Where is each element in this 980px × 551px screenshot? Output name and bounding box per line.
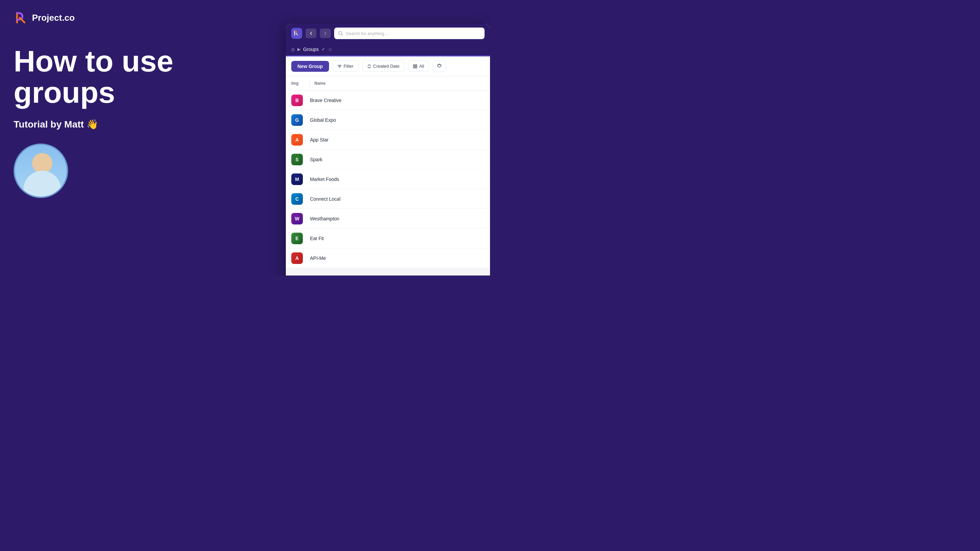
svg-rect-2 xyxy=(414,65,415,66)
avatar-body xyxy=(24,171,61,198)
groups-check-icon: ✓ xyxy=(321,47,325,52)
svg-rect-3 xyxy=(415,65,417,66)
more-options-button[interactable] xyxy=(433,60,446,72)
col-divider xyxy=(310,80,310,87)
breadcrumb-bar: ⌂ ▶ Groups ✓ ☆ xyxy=(286,43,490,56)
new-group-button[interactable]: New Group xyxy=(291,61,329,72)
row-img-cell: A xyxy=(291,134,310,146)
app-logo-icon xyxy=(291,28,302,39)
row-logo: C xyxy=(291,193,303,205)
logo-text: Project.co xyxy=(32,13,75,23)
table-row[interactable]: BBrave Creative xyxy=(286,91,490,110)
row-name: App Star xyxy=(310,137,485,143)
row-logo: A xyxy=(291,134,303,146)
sort-icon xyxy=(367,64,371,68)
table-body: BBrave CreativeGGlobal ExpoAApp StarSSpa… xyxy=(286,91,490,268)
search-icon xyxy=(338,31,343,36)
table-row[interactable]: EEat Fit xyxy=(286,229,490,248)
filter-icon xyxy=(337,64,342,68)
row-img-cell: A xyxy=(291,252,310,264)
toolbar: New Group Filter Created Date All xyxy=(286,56,490,76)
back-button[interactable] xyxy=(305,29,317,38)
logo-icon xyxy=(14,10,29,25)
table-row[interactable]: GGlobal Expo xyxy=(286,110,490,130)
table-row[interactable]: AAPI-Me xyxy=(286,248,490,268)
row-name: Brave Creative xyxy=(310,98,485,103)
row-img-cell: C xyxy=(291,193,310,205)
view-button[interactable]: All xyxy=(408,60,429,72)
row-name: Global Expo xyxy=(310,118,485,123)
row-img-cell: E xyxy=(291,233,310,244)
table-row[interactable]: MMarket Foods xyxy=(286,169,490,189)
forward-button[interactable] xyxy=(320,29,331,38)
row-img-cell: M xyxy=(291,173,310,185)
table-row[interactable]: CConnect Local xyxy=(286,189,490,209)
row-name: Spark xyxy=(310,157,485,162)
search-placeholder: Search for anything... xyxy=(346,31,388,36)
row-logo: S xyxy=(291,154,303,165)
row-img-cell: G xyxy=(291,114,310,126)
row-logo: G xyxy=(291,114,303,126)
left-panel: Project.co How to use groups Tutorial by… xyxy=(0,0,296,275)
row-logo: B xyxy=(291,95,303,106)
row-logo: M xyxy=(291,173,303,185)
row-name: Connect Local xyxy=(310,196,485,202)
svg-rect-5 xyxy=(415,67,417,68)
row-name: Westhampton xyxy=(310,216,485,221)
view-icon xyxy=(413,64,417,68)
breadcrumb-groups[interactable]: Groups xyxy=(303,47,319,52)
table-row[interactable]: SSpark xyxy=(286,150,490,169)
row-name: Market Foods xyxy=(310,176,485,182)
filter-button[interactable]: Filter xyxy=(332,60,359,72)
app-topbar: Search for anything... xyxy=(286,24,490,43)
avatar-head xyxy=(32,153,52,173)
search-bar[interactable]: Search for anything... xyxy=(334,27,485,39)
favorite-star-icon[interactable]: ☆ xyxy=(328,47,332,52)
row-name: Eat Fit xyxy=(310,236,485,241)
row-logo: W xyxy=(291,213,303,224)
col-img-header: Img xyxy=(291,81,310,86)
row-logo: E xyxy=(291,233,303,244)
app-mockup: Search for anything... ⌂ ▶ Groups ✓ ☆ Ne… xyxy=(286,24,490,275)
main-title: How to use groups xyxy=(14,46,282,108)
more-icon xyxy=(437,63,442,68)
home-icon[interactable]: ⌂ xyxy=(291,46,295,52)
col-name-header: Name xyxy=(314,81,326,86)
svg-rect-4 xyxy=(414,67,415,68)
svg-rect-0 xyxy=(14,10,29,25)
avatar xyxy=(14,143,68,198)
sort-button[interactable]: Created Date xyxy=(362,60,404,72)
row-img-cell: S xyxy=(291,154,310,165)
avatar-image xyxy=(15,143,67,198)
table-row[interactable]: WWesthampton xyxy=(286,209,490,229)
row-name: API-Me xyxy=(310,256,485,261)
subtitle-text: Tutorial by Matt 👋 xyxy=(14,119,282,130)
row-img-cell: B xyxy=(291,95,310,106)
table-header: Img Name xyxy=(286,76,490,91)
breadcrumb-arrow-icon: ▶ xyxy=(298,47,301,52)
row-img-cell: W xyxy=(291,213,310,224)
logo-area: Project.co xyxy=(14,10,282,25)
table-row[interactable]: AApp Star xyxy=(286,130,490,150)
row-logo: A xyxy=(291,252,303,264)
